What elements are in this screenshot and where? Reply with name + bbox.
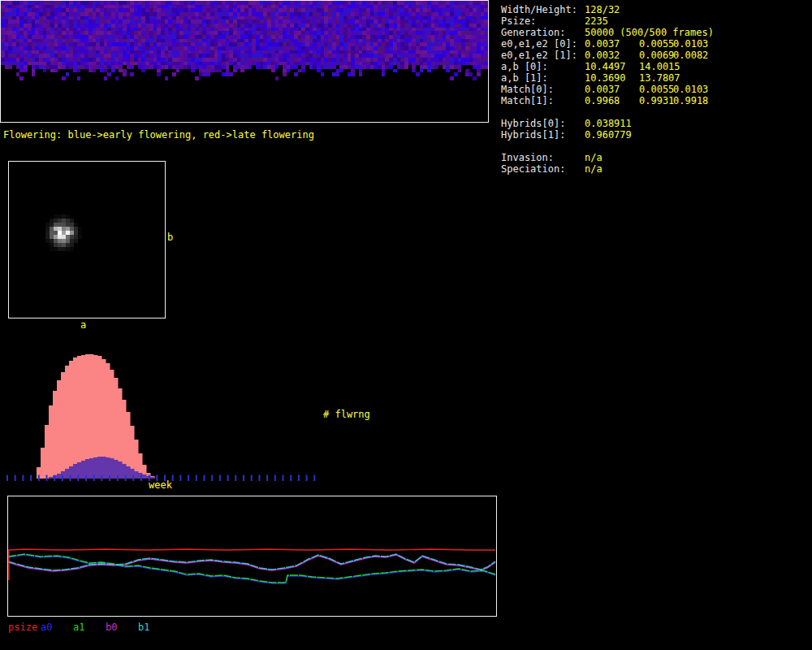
timeseries-legend: psizea0a1b0b1 (8, 622, 171, 633)
stat-label: e0,e1,e2 [0]: (501, 38, 577, 50)
timeseries-chart (8, 496, 496, 616)
stat-label: Psize: (501, 15, 536, 27)
stats-row: Generation:50000 (500/500 frames) (501, 27, 810, 38)
stat-value: 0.0069 (639, 50, 674, 61)
stat-value: 0.0032 (585, 50, 620, 61)
series-line-a1 (8, 554, 495, 583)
histogram-ylabel: # flwrng (323, 409, 370, 420)
series-line-psize (9, 549, 495, 580)
stats-row: Psize:2235 (501, 15, 810, 27)
stat-label: a,b [0]: (501, 61, 548, 72)
stats-row: e0,e1,e2 [1]:0.00320.00690.0082 (501, 50, 810, 61)
legend-item-a1: a1 (73, 622, 106, 633)
stat-value: 50000 (500/500 frames) (585, 27, 714, 38)
world-view-canvas (1, 1, 488, 122)
stats-group: Width/Height:128/32Psize:2235Generation:… (501, 4, 810, 106)
stat-value: n/a (585, 152, 603, 163)
stats-row: a,b [0]:10.449714.0015 (501, 61, 810, 72)
stat-value: 10.3690 (585, 72, 626, 84)
stats-row: a,b [1]:10.369013.7807 (501, 72, 810, 84)
stat-label: Match[0]: (501, 84, 554, 95)
stats-row: Match[0]:0.00370.00550.0103 (501, 84, 810, 95)
stats-row: Match[1]:0.99680.99310.9918 (501, 95, 810, 106)
stat-value: 0.0103 (673, 38, 708, 50)
timeseries-panel (7, 496, 497, 617)
stat-value: 14.0015 (639, 61, 680, 72)
stat-label: Width/Height: (501, 4, 577, 15)
stat-value: 0.0055 (639, 38, 674, 50)
stat-value: 0.960779 (585, 129, 632, 141)
stat-label: Match[1]: (501, 95, 554, 106)
stats-row: Hybrids[1]:0.960779 (501, 129, 810, 141)
stat-value: 0.0082 (673, 50, 708, 61)
stat-value: n/a (585, 163, 603, 175)
stat-value: 10.4497 (585, 61, 626, 72)
stat-value: 128/32 (585, 4, 620, 15)
stats-group: Invasion:n/aSpeciation:n/a (501, 152, 810, 175)
stat-label: Generation: (501, 27, 565, 38)
stat-value: 0.9918 (673, 95, 708, 106)
stat-value: 0.9931 (639, 95, 674, 106)
stat-label: Invasion: (501, 152, 554, 163)
legend-item-a0: a0 (41, 622, 73, 633)
world-view-panel (0, 0, 489, 123)
ab-density-plot (8, 161, 166, 318)
stat-value: 2235 (585, 15, 608, 27)
stats-panel: Width/Height:128/32Psize:2235Generation:… (501, 4, 810, 186)
legend-item-b0: b0 (106, 622, 138, 633)
stats-group: Hybrids[0]:0.038911Hybrids[1]:0.960779 (501, 118, 810, 141)
ab-density-canvas (9, 162, 165, 318)
stats-row: Width/Height:128/32 (501, 4, 810, 15)
stat-value: 0.0103 (673, 84, 708, 95)
flowering-histogram (0, 349, 503, 496)
stat-label: Speciation: (501, 163, 565, 175)
stat-value: 0.0055 (639, 84, 674, 95)
stats-row: Speciation:n/a (501, 163, 810, 175)
stat-label: Hybrids[0]: (501, 118, 565, 129)
stat-label: e0,e1,e2 [1]: (501, 50, 577, 61)
stat-label: Hybrids[1]: (501, 129, 565, 141)
stat-value: 0.0037 (585, 38, 620, 50)
stat-value: 13.7807 (639, 72, 680, 84)
legend-item-psize: psize (8, 622, 41, 633)
stats-row: Invasion:n/a (501, 152, 810, 163)
stats-row: e0,e1,e2 [0]:0.00370.00550.0103 (501, 38, 810, 50)
flowering-note: Flowering: blue->early flowering, red->l… (3, 129, 314, 141)
axis-label-a: a (80, 319, 86, 331)
legend-item-b1: b1 (138, 622, 171, 633)
axis-label-b: b (167, 232, 173, 243)
stat-label: a,b [1]: (501, 72, 548, 84)
stat-value: 0.038911 (585, 118, 632, 129)
stat-value: 0.9968 (585, 95, 620, 106)
series-line-b0 (8, 555, 495, 571)
histogram-xlabel: week (149, 479, 172, 491)
stats-row: Hybrids[0]:0.038911 (501, 118, 810, 129)
stat-value: 0.0037 (585, 84, 620, 95)
